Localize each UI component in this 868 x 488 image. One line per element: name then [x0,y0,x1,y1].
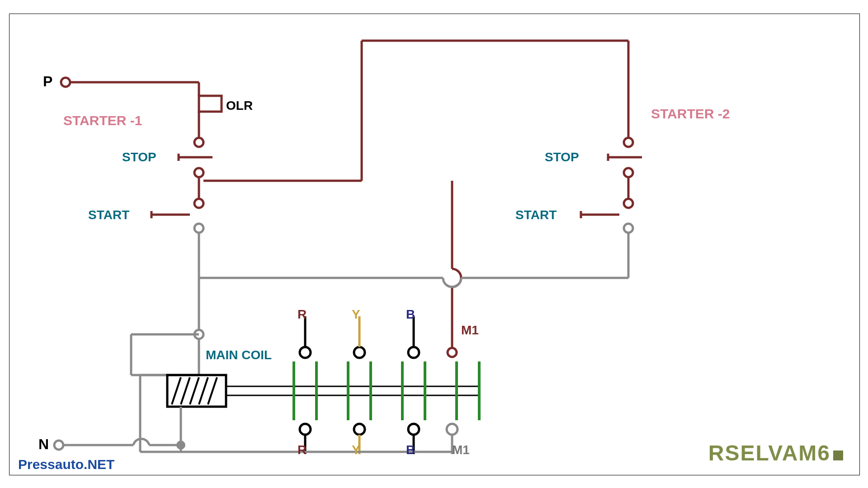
svg-point-5 [194,138,203,147]
svg-point-74 [447,424,458,435]
phase-r-bot-label: R [297,443,307,457]
m1-top-label: M1 [461,323,479,338]
svg-rect-3 [199,96,222,112]
svg-point-62 [300,347,311,358]
olr-label: OLR [226,99,253,113]
svg-point-70 [354,424,365,435]
starter-1-label: STARTER -1 [63,113,142,128]
terminal-n-label: N [38,436,49,453]
svg-point-9 [194,168,203,177]
svg-point-20 [624,138,633,147]
svg-point-11 [194,199,203,208]
svg-point-30 [624,224,633,233]
phase-y-top-label: Y [352,307,360,322]
svg-point-26 [624,199,633,208]
svg-line-48 [181,377,190,404]
svg-point-64 [354,347,365,358]
svg-point-76 [54,441,63,450]
phase-r-top-label: R [297,307,307,322]
svg-point-0 [61,78,70,87]
stop-1-label: STOP [122,150,156,164]
svg-point-33 [448,348,457,357]
start-2-label: START [515,208,557,222]
starter-2-label: STARTER -2 [651,106,730,122]
phase-y-bot-label: Y [352,443,360,457]
svg-line-49 [190,377,199,404]
svg-point-68 [300,424,311,435]
svg-point-66 [408,347,419,358]
phase-b-top-label: B [406,307,415,322]
m1-bot-label: M1 [452,443,470,457]
main-coil-label: MAIN COIL [206,348,272,362]
svg-line-50 [199,377,208,404]
stop-2-label: STOP [545,150,579,164]
terminal-p-label: P [43,73,52,90]
watermark-logo: RSELVAM6 [708,441,843,465]
source-credit: Pressauto.NET [18,457,114,472]
svg-point-15 [194,224,203,233]
phase-b-bot-label: B [406,443,415,457]
wiring-diagram [0,0,868,488]
svg-point-72 [408,424,419,435]
svg-line-51 [208,377,217,404]
svg-line-47 [172,377,181,404]
start-1-label: START [88,208,129,222]
svg-point-24 [624,168,633,177]
